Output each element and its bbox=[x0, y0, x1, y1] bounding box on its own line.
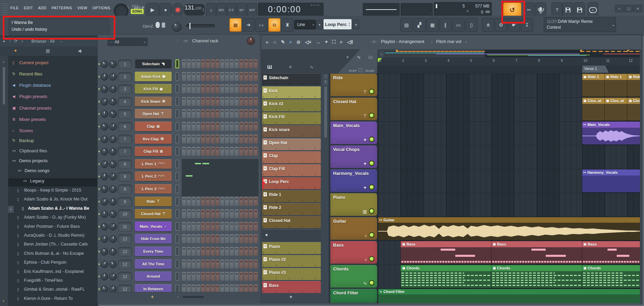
collapse-icon[interactable]: ▸ bbox=[3, 39, 5, 43]
channel-pan-knob[interactable] bbox=[101, 261, 108, 268]
channel-button-l-perc-3[interactable]: L Perc 3◠◠ bbox=[135, 184, 172, 194]
browser-file-item[interactable]: Kieron A Gore - Return To bbox=[24, 296, 73, 301]
playlist-button[interactable]: ▤ bbox=[400, 18, 413, 32]
step-cell[interactable] bbox=[234, 84, 239, 93]
step-cell[interactable] bbox=[196, 272, 200, 281]
step-cell[interactable] bbox=[201, 147, 205, 156]
picker-item-kick-snare[interactable]: ≡Kick snare bbox=[262, 125, 321, 137]
track-header-ride[interactable]: Ride...⊤ bbox=[330, 74, 377, 96]
step-cell[interactable] bbox=[254, 72, 258, 81]
play-button[interactable]: ▶ bbox=[146, 3, 159, 16]
step-cell[interactable] bbox=[206, 84, 210, 93]
step-cell[interactable] bbox=[244, 234, 248, 243]
channel-select-led[interactable] bbox=[175, 272, 179, 281]
step-cell[interactable] bbox=[225, 59, 229, 68]
tools-button[interactable]: ⚙ bbox=[495, 18, 507, 32]
channel-pan-knob[interactable] bbox=[101, 198, 108, 206]
news-panel[interactable]: 11/20 DAW Martyr Remix Contest ▸ bbox=[544, 17, 616, 32]
step-cell[interactable] bbox=[211, 247, 215, 256]
channel-mute-led[interactable] bbox=[98, 63, 100, 65]
step-cell[interactable] bbox=[225, 260, 229, 268]
step-cell[interactable] bbox=[230, 284, 234, 292]
channel-select-led[interactable] bbox=[175, 122, 179, 131]
touch-button[interactable]: ☛ bbox=[508, 18, 520, 32]
step-cell[interactable] bbox=[239, 59, 243, 68]
track-mute-led[interactable] bbox=[369, 280, 374, 286]
step-cell[interactable] bbox=[254, 122, 258, 131]
channel-volume-knob[interactable] bbox=[109, 85, 117, 93]
step-cell[interactable] bbox=[220, 72, 224, 81]
channel-mute-led[interactable] bbox=[98, 76, 100, 78]
step-cell[interactable] bbox=[220, 135, 224, 143]
record-button[interactable] bbox=[172, 3, 184, 16]
step-cell[interactable] bbox=[244, 209, 248, 218]
step-cell[interactable] bbox=[220, 197, 224, 206]
step-cell[interactable] bbox=[254, 209, 258, 218]
channel-volume-knob[interactable] bbox=[109, 286, 117, 292]
channel-mute-led[interactable] bbox=[98, 226, 100, 227]
step-cell[interactable] bbox=[187, 272, 191, 281]
browser-file-item[interactable]: Adam Szabo & Jo..Knock Me Out bbox=[24, 197, 87, 201]
step-cell[interactable] bbox=[211, 209, 215, 218]
track-options-dots[interactable]: ... bbox=[333, 139, 336, 143]
browser-file-item[interactable]: Gimbal & Sinan..utorial - RawFL bbox=[24, 287, 85, 292]
step-cell[interactable] bbox=[196, 234, 200, 243]
mixer-button[interactable]: ∥ bbox=[439, 18, 452, 32]
track-options-dots[interactable]: ... bbox=[333, 92, 336, 95]
step-cell[interactable] bbox=[234, 284, 239, 292]
step-cell[interactable] bbox=[215, 122, 219, 131]
step-cell[interactable] bbox=[230, 222, 234, 231]
channel-volume-knob[interactable] bbox=[109, 148, 117, 155]
picker-add-button[interactable]: + bbox=[289, 294, 292, 300]
song-mode-button[interactable]: SONG bbox=[131, 9, 144, 14]
step-cell[interactable] bbox=[206, 222, 210, 231]
step-cell[interactable] bbox=[211, 84, 215, 93]
step-cell[interactable] bbox=[211, 72, 215, 81]
channel-volume-knob[interactable] bbox=[109, 173, 117, 180]
slip-icon[interactable]: ↔ bbox=[316, 39, 320, 45]
step-cell[interactable] bbox=[187, 209, 191, 218]
channel-select-led[interactable] bbox=[175, 97, 179, 106]
step-cell[interactable] bbox=[254, 84, 258, 93]
deck-tab-automation[interactable]: ∿ bbox=[357, 55, 361, 60]
channel-target-track[interactable]: 6 bbox=[118, 122, 132, 131]
step-cell[interactable] bbox=[254, 147, 258, 156]
picker-item-kick[interactable]: ≡Kick bbox=[262, 86, 321, 98]
step-cell[interactable] bbox=[191, 97, 196, 106]
step-cell[interactable] bbox=[215, 260, 219, 268]
pencil-icon[interactable]: ✎ bbox=[281, 39, 285, 45]
channel-pan-knob[interactable] bbox=[101, 210, 108, 218]
step-cell[interactable] bbox=[244, 135, 248, 143]
channel-volume-knob[interactable] bbox=[109, 136, 117, 143]
delete-icon[interactable]: ⊘ bbox=[297, 39, 301, 45]
song-marker[interactable]: Verse 1 bbox=[582, 66, 609, 73]
channel-pan-knob[interactable] bbox=[101, 148, 108, 155]
step-cell[interactable] bbox=[215, 234, 219, 243]
menu-item-patterns[interactable]: PATTERNS bbox=[52, 6, 72, 10]
track-mute-led[interactable] bbox=[369, 113, 374, 118]
step-cell[interactable] bbox=[225, 135, 229, 143]
channel-mute-led[interactable] bbox=[98, 201, 100, 203]
step-cell[interactable] bbox=[254, 109, 258, 118]
channel-mute-led[interactable] bbox=[98, 151, 100, 152]
track-options-dots[interactable]: ... bbox=[333, 187, 336, 191]
step-cell[interactable] bbox=[220, 222, 224, 231]
channel-select-led[interactable] bbox=[175, 234, 179, 243]
channel-button-kick-fill[interactable]: Kick Fill◉ bbox=[135, 84, 172, 94]
spectrum-panel[interactable]: ◔ bbox=[401, 3, 433, 16]
deck-tab-pattern[interactable]: Ш bbox=[368, 55, 373, 60]
rack-hscroll-thumb[interactable] bbox=[183, 296, 204, 298]
mute-icon[interactable]: ◁× bbox=[305, 39, 311, 45]
channel-target-track[interactable]: 2 bbox=[118, 72, 132, 82]
step-cell[interactable] bbox=[182, 135, 186, 143]
step-cell[interactable] bbox=[211, 147, 215, 156]
up-icon[interactable]: ↑ bbox=[9, 39, 11, 43]
step-cell[interactable] bbox=[211, 59, 215, 68]
track-mute-led[interactable] bbox=[369, 256, 374, 262]
menu-item-add[interactable]: ADD bbox=[38, 6, 46, 10]
step-cell[interactable] bbox=[230, 122, 234, 131]
step-cell[interactable] bbox=[244, 59, 248, 68]
browser-file-item[interactable]: Asher Postman - Future Bass bbox=[24, 224, 80, 229]
track-header-chord-filter[interactable]: Chord Filter bbox=[330, 289, 377, 303]
sidebar-item-plugin-database[interactable]: Plugin database bbox=[19, 83, 51, 88]
